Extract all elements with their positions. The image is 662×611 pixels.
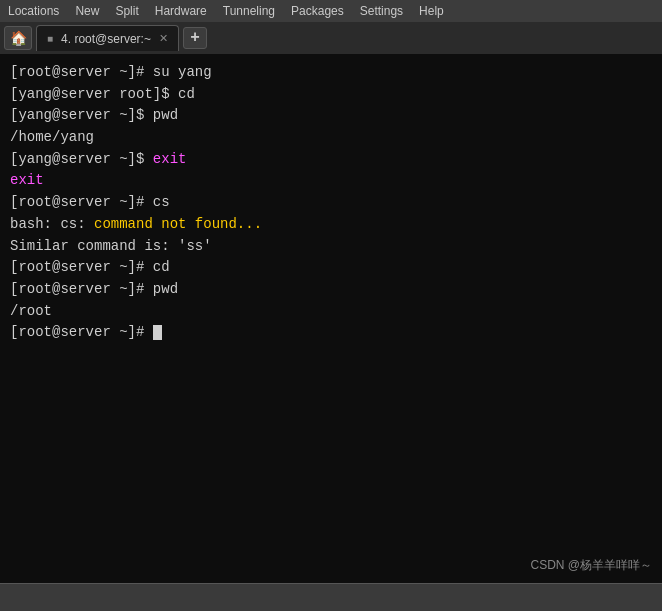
menu-split[interactable]: Split bbox=[115, 4, 138, 18]
term-line-7: [root@server ~]# cs bbox=[10, 192, 652, 214]
terminal-tab[interactable]: ■ 4. root@server:~ ✕ bbox=[36, 25, 179, 51]
terminal-cursor bbox=[153, 325, 162, 340]
term-line-3: [yang@server ~]$ pwd bbox=[10, 105, 652, 127]
tab-close-button[interactable]: ✕ bbox=[159, 32, 168, 45]
home-icon: 🏠 bbox=[10, 30, 27, 47]
term-line-1: [root@server ~]# su yang bbox=[10, 62, 652, 84]
menu-packages[interactable]: Packages bbox=[291, 4, 344, 18]
status-bar bbox=[0, 583, 662, 611]
term-line-6: exit bbox=[10, 170, 652, 192]
menu-help[interactable]: Help bbox=[419, 4, 444, 18]
home-button[interactable]: 🏠 bbox=[4, 26, 32, 50]
plus-icon: + bbox=[190, 29, 200, 47]
term-line-10: [root@server ~]# cd bbox=[10, 257, 652, 279]
tab-bar: 🏠 ■ 4. root@server:~ ✕ + bbox=[0, 22, 662, 54]
tab-dot-icon: ■ bbox=[47, 33, 53, 44]
term-line-9: Similar command is: 'ss' bbox=[10, 236, 652, 258]
term-line-2: [yang@server root]$ cd bbox=[10, 84, 652, 106]
terminal-area[interactable]: [root@server ~]# su yang [yang@server ro… bbox=[0, 54, 662, 583]
menu-settings[interactable]: Settings bbox=[360, 4, 403, 18]
watermark: CSDN @杨羊羊咩咩～ bbox=[530, 556, 652, 575]
menu-locations[interactable]: Locations bbox=[8, 4, 59, 18]
term-line-5: [yang@server ~]$ exit bbox=[10, 149, 652, 171]
tab-label: 4. root@server:~ bbox=[61, 32, 151, 46]
term-line-12: /root bbox=[10, 301, 652, 323]
menu-new[interactable]: New bbox=[75, 4, 99, 18]
menu-tunneling[interactable]: Tunneling bbox=[223, 4, 275, 18]
term-line-11: [root@server ~]# pwd bbox=[10, 279, 652, 301]
new-tab-button[interactable]: + bbox=[183, 27, 207, 49]
term-line-13: [root@server ~]# bbox=[10, 322, 652, 344]
term-line-8: bash: cs: command not found... bbox=[10, 214, 652, 236]
term-line-4: /home/yang bbox=[10, 127, 652, 149]
menu-hardware[interactable]: Hardware bbox=[155, 4, 207, 18]
menu-bar: Locations New Split Hardware Tunneling P… bbox=[0, 0, 662, 22]
